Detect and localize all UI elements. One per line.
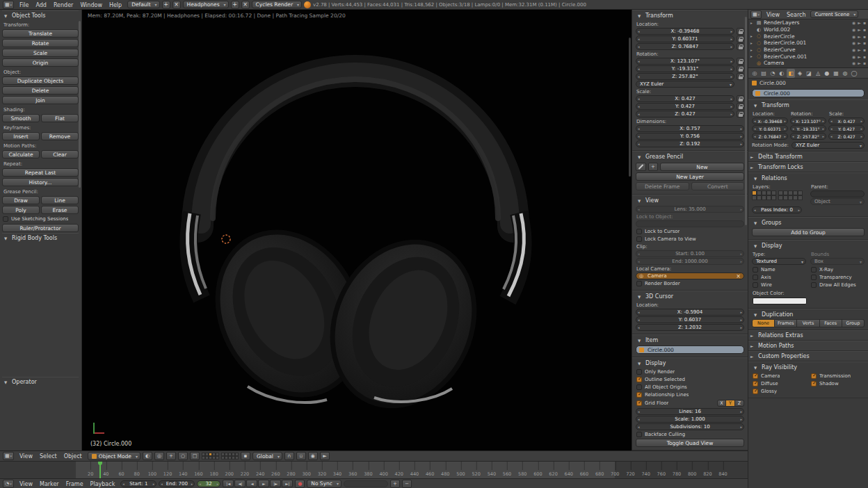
number-field-z[interactable]: Z: 0.427 [636, 111, 734, 117]
snap-magnet-toggle[interactable]: ∩ [284, 452, 294, 460]
frame-end-field[interactable]: End: 700 [159, 480, 195, 487]
tab-modifiers[interactable]: ◪ [805, 69, 813, 78]
number-field-scale-x[interactable]: X: 0.427 [828, 117, 865, 124]
tool-join-button[interactable]: Join [2, 96, 79, 104]
tab-render[interactable]: ◎ [750, 69, 759, 78]
info-editor-icon[interactable] [3, 1, 14, 9]
lock-icon[interactable] [737, 28, 744, 35]
duplication-panel-header[interactable]: Duplication [752, 310, 865, 319]
tab-particles[interactable]: ◍ [841, 69, 849, 78]
viewport-3d[interactable]: Mem: 87.20M, Peak: 87.20M | Headphones |… [82, 10, 632, 450]
grid-axis-x-toggle[interactable]: X [717, 400, 726, 407]
layer-15-toggle[interactable] [798, 190, 803, 195]
new-layer-button[interactable]: New Layer [636, 172, 744, 181]
renderability-toggle-icon[interactable]: ▪ [863, 34, 866, 39]
object-color-swatch[interactable] [753, 298, 807, 304]
bounds-dropdown[interactable]: Box [810, 258, 865, 265]
number-field-rotation-x[interactable]: X: 123.107° [790, 117, 826, 124]
renderability-toggle-icon[interactable]: ▪ [863, 60, 866, 65]
delete-frame-button[interactable]: Delete Frame [636, 182, 689, 190]
tool-origin-button[interactable]: Origin [2, 58, 79, 67]
lock-to-cursor-checkbox[interactable]: Lock to Cursor [636, 228, 744, 235]
number-field-x[interactable]: X: 123.107° [636, 58, 734, 65]
grid-floor-checkbox[interactable]: Grid Floor [636, 400, 714, 407]
snap-element-dropdown[interactable]: ▫ [296, 452, 306, 460]
tool-repeat-last-button[interactable]: Repeat Last [2, 168, 79, 177]
tool-shelf-scrollbar[interactable] [79, 21, 81, 188]
add-layout-button[interactable] [162, 1, 170, 9]
outliner-item-beziercircle[interactable]: ▸◌BezierCircle◉►▪ [748, 33, 868, 40]
number-field-x[interactable]: X: 0.427 [636, 95, 734, 102]
insert-keyframe-button[interactable]: + [390, 480, 400, 488]
sync-dropdown[interactable]: No Sync [307, 480, 341, 488]
parent-field[interactable] [810, 190, 865, 197]
tool-translate-button[interactable]: Translate [2, 29, 79, 38]
view-panel-header[interactable]: View [636, 196, 744, 205]
transform-panel-header[interactable]: Transform [752, 101, 865, 110]
tab-data[interactable]: ◬ [814, 69, 822, 78]
lock-icon[interactable] [737, 65, 744, 72]
render-border-checkbox[interactable]: Render Border [636, 280, 744, 287]
layer-6-toggle[interactable] [752, 195, 757, 200]
clear-camera-icon[interactable] [736, 273, 741, 279]
operator-panel-header[interactable]: Operator [2, 377, 79, 387]
selectability-toggle-icon[interactable]: ► [858, 60, 861, 65]
outliner-item-beziercircle-001[interactable]: ▸◌BezierCircle.001◉►▪ [748, 40, 868, 47]
grid-subdivisions-field[interactable]: Subdivisions: 10 [636, 423, 744, 430]
outline-selected-checkbox[interactable]: Outline Selected [636, 376, 744, 383]
tool-line-button[interactable]: Line [41, 196, 79, 204]
rigid-body-tools-panel-header[interactable]: Rigid Body Tools [2, 233, 79, 243]
lock-to-object-field[interactable] [636, 220, 744, 227]
manipulator-scale-toggle[interactable]: □ [190, 452, 200, 460]
number-field-x[interactable]: X: -0.5904 [636, 309, 744, 316]
relationship-lines-checkbox[interactable]: Relationship Lines [636, 391, 744, 398]
outliner-item-world-002[interactable]: ◐World.002◉►▪ [748, 26, 868, 33]
menu-render[interactable]: Render [50, 2, 77, 8]
display-panel-header[interactable]: Display [636, 359, 744, 368]
tool-poly-button[interactable]: Poly [2, 206, 40, 214]
selectability-toggle-icon[interactable]: ► [858, 47, 861, 52]
menu-view[interactable]: View [763, 12, 783, 18]
close-scene-button[interactable] [241, 1, 250, 9]
draw-type-dropdown[interactable]: Textured [752, 258, 806, 265]
layer-5-toggle[interactable] [771, 190, 776, 195]
tool-history-button[interactable]: History... [2, 178, 79, 186]
renderability-toggle-icon[interactable]: ▪ [863, 20, 866, 25]
scene-dropdown[interactable]: Headphones [183, 1, 229, 8]
duplication-faces-button[interactable]: Faces [820, 319, 842, 327]
tool-flat-button[interactable]: Flat [41, 114, 79, 122]
grid-axis-z-toggle[interactable]: Z [735, 400, 744, 407]
add-icon[interactable] [648, 163, 658, 171]
outliner-item-renderlayers[interactable]: ▸▤RenderLayers◉►▪ [748, 19, 868, 26]
tool-scale-button[interactable]: Scale [2, 49, 79, 57]
delete-keyframe-button[interactable]: − [402, 480, 412, 488]
renderability-toggle-icon[interactable]: ▪ [863, 40, 866, 45]
relations-panel-header[interactable]: Relations [752, 174, 865, 183]
lock-icon[interactable] [737, 73, 744, 80]
layer-19-toggle[interactable] [793, 195, 798, 200]
menu-window[interactable]: Window [77, 2, 106, 8]
duplication-verts-button[interactable]: Verts [797, 319, 819, 327]
menu-select[interactable]: Select [36, 453, 61, 459]
current-frame-marker[interactable] [99, 462, 101, 478]
number-field-rotation-y[interactable]: Y: -19.331° [790, 125, 826, 132]
display-panel-header[interactable]: Display [752, 241, 865, 250]
layer-10-toggle[interactable] [216, 456, 219, 459]
number-field-rotation-z[interactable]: Z: 257.82° [790, 133, 826, 140]
menu-view[interactable]: View [16, 453, 36, 459]
shadow-checkbox[interactable]: Shadow [811, 380, 864, 387]
outliner-editor-icon[interactable] [750, 10, 762, 19]
number-field-y[interactable]: Y: 0.427 [636, 103, 734, 110]
menu-marker[interactable]: Marker [36, 481, 63, 487]
number-field-scale-z[interactable]: Z: 0.427 [828, 133, 865, 140]
object-name-field[interactable]: Circle.000 [752, 89, 865, 97]
play-reverse-button[interactable]: ◄ [246, 480, 257, 487]
number-field-y[interactable]: Y: 0.756 [636, 133, 744, 140]
number-field-location-z[interactable]: Z: 0.76847 [752, 133, 788, 140]
diffuse-checkbox[interactable]: Diffuse [753, 380, 805, 387]
lock-icon[interactable] [737, 111, 744, 117]
layer-4-toggle[interactable] [766, 190, 771, 195]
visibility-toggle-icon[interactable]: ◉ [852, 60, 855, 65]
layer-1-toggle[interactable] [752, 190, 757, 195]
npanel-scrollbar[interactable] [745, 17, 747, 225]
